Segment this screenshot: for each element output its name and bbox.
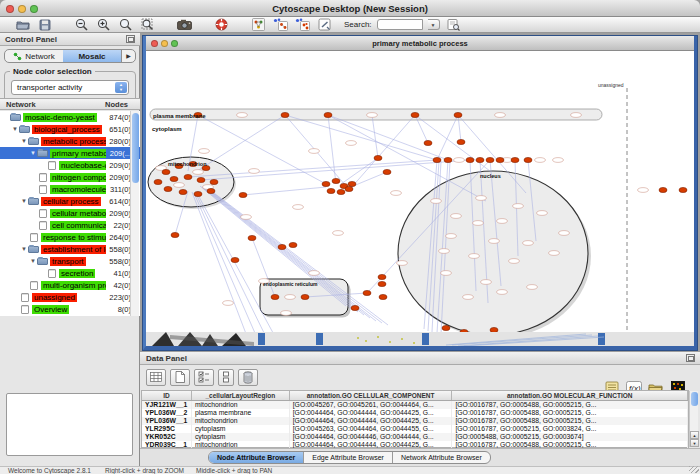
network-node[interactable] (383, 169, 391, 174)
column-header[interactable]: ID (142, 391, 192, 400)
tree-row[interactable]: ▼metabolic process280(0) (0, 135, 140, 147)
network-node[interactable] (476, 157, 484, 162)
table-row[interactable]: YPL036W__1mitochondrion[GO:0044464, GO:0… (142, 417, 688, 425)
network-overview-panel[interactable] (6, 393, 133, 456)
search-dropdown-arrow[interactable]: ▼ (428, 19, 440, 30)
expand-triangle-icon[interactable]: ▼ (11, 126, 19, 132)
attribute-table[interactable]: ID_cellularLayoutRegionannotation.GO CEL… (141, 390, 689, 448)
help-icon[interactable] (213, 18, 230, 32)
window-titlebar[interactable]: Cytoscape Desktop (New Session) (0, 0, 700, 17)
network-node[interactable] (184, 174, 192, 179)
attribute-table-header[interactable]: ID_cellularLayoutRegionannotation.GO CEL… (142, 391, 688, 401)
view-zoom-button[interactable] (171, 40, 178, 47)
tab-mosaic[interactable]: Mosaic (63, 50, 121, 62)
tree-row[interactable]: secretion41(0) (0, 267, 140, 279)
delete-attribute-icon[interactable] (238, 369, 258, 386)
network-node[interactable] (424, 140, 432, 145)
tab-network-attribute-browser[interactable]: Network Attribute Browser (393, 452, 490, 463)
network-view-window[interactable]: primary metabolic process plasma membran… (143, 36, 697, 350)
resize-grip[interactable] (689, 466, 699, 473)
create-attribute-icon[interactable] (170, 369, 190, 386)
tree-row[interactable]: response to stimulu264(0) (0, 231, 140, 243)
tree-row[interactable]: ▼cellular process614(0) (0, 195, 140, 207)
export-image-icon[interactable] (176, 18, 193, 32)
network-node[interactable] (457, 139, 465, 144)
network-node[interactable] (327, 188, 335, 193)
expand-triangle-icon[interactable]: ▼ (29, 258, 37, 264)
expand-triangle-icon[interactable]: ▼ (20, 198, 28, 204)
network-node[interactable] (239, 192, 247, 197)
view-window-controls[interactable] (151, 40, 178, 47)
node-color-dropdown[interactable]: transporter activity ▲▼ (11, 80, 129, 95)
network-node[interactable] (322, 181, 330, 186)
tab-edge-attribute-browser[interactable]: Edge Attribute Browser (304, 452, 393, 463)
network-node[interactable] (301, 294, 309, 299)
network-node[interactable] (324, 112, 332, 117)
tree-row[interactable]: ▼biological_process651(0) (0, 123, 140, 135)
scroll-up-icon[interactable]: ▲ (690, 431, 699, 439)
zoom-fit-icon[interactable] (117, 18, 134, 32)
network-node[interactable] (210, 179, 218, 184)
network-node[interactable] (179, 189, 187, 194)
network-node[interactable] (170, 176, 178, 181)
network-node[interactable] (486, 157, 494, 162)
network-node[interactable] (281, 112, 289, 117)
tree-row[interactable]: unassigned223(0) (0, 291, 140, 303)
float-panel-icon[interactable] (126, 35, 135, 43)
column-header[interactable]: annotation.GO MOLECULAR_FUNCTION (452, 391, 688, 400)
network-node[interactable] (378, 281, 386, 286)
network-node[interactable] (348, 181, 356, 186)
expand-triangle-icon[interactable]: ▼ (29, 150, 37, 156)
network-node[interactable] (363, 290, 371, 295)
network-node[interactable] (490, 327, 498, 332)
annotation-icon[interactable] (316, 18, 333, 32)
attribute-matrix-icon[interactable] (218, 369, 234, 386)
table-row[interactable]: YPL036W__2plasma membrane[GO:0044464, GO… (142, 409, 688, 417)
network-node[interactable] (345, 186, 353, 191)
column-header[interactable]: annotation.GO CELLULAR_COMPONENT (290, 391, 453, 400)
tab-overflow-arrow[interactable]: ▶ (121, 50, 135, 62)
network-node[interactable] (197, 177, 205, 182)
minimize-button[interactable] (18, 5, 26, 13)
tree-row[interactable]: cellular metabo209(0) (0, 207, 140, 219)
tree-row[interactable]: ▼primary metabolic209(... (0, 147, 140, 159)
apply-vizmap-icon[interactable] (294, 18, 311, 32)
network-node[interactable] (524, 157, 532, 162)
network-node[interactable] (378, 274, 386, 279)
tree-row[interactable]: mosaic-demo-yeast874(0) (0, 111, 140, 123)
network-node[interactable] (679, 187, 687, 192)
tree-scrollbar[interactable] (130, 111, 139, 316)
table-scrollbar-thumb[interactable] (691, 392, 698, 406)
zoom-out-icon[interactable] (73, 18, 90, 32)
network-node[interactable] (248, 235, 256, 240)
view-minimize-button[interactable] (161, 40, 168, 47)
network-node[interactable] (466, 157, 474, 162)
tab-network[interactable]: Network (5, 50, 63, 62)
network-view-titlebar[interactable]: primary metabolic process (146, 36, 694, 51)
save-icon[interactable] (36, 18, 53, 32)
zoom-in-icon[interactable] (95, 18, 112, 32)
network-node[interactable] (162, 169, 170, 174)
network-node[interactable] (164, 186, 172, 191)
network-node[interactable] (442, 325, 450, 330)
tree-row[interactable]: nitrogen compo209(0) (0, 171, 140, 183)
tree-row[interactable]: multi-organism pro42(0) (0, 279, 140, 291)
network-node[interactable] (351, 305, 359, 310)
network-node[interactable] (332, 178, 340, 183)
network-node[interactable] (231, 257, 239, 262)
zoom-button[interactable] (30, 5, 38, 13)
network-node[interactable] (496, 157, 504, 162)
network-node[interactable] (379, 294, 387, 299)
data-panel-float-icon[interactable] (686, 354, 695, 362)
tree-scrollbar-thumb[interactable] (132, 113, 139, 183)
tree-row[interactable]: ▼establishment of lo558(0) (0, 243, 140, 255)
table-row[interactable]: YKR052Ccytoplasm[GO:0044464, GO:0044446,… (142, 433, 688, 441)
network-node[interactable] (374, 155, 382, 160)
table-scrollbar[interactable]: ▲ ▼ (689, 391, 698, 447)
tree-row[interactable]: Overview8(0) (0, 303, 140, 315)
select-attributes-icon[interactable] (146, 369, 166, 386)
network-node[interactable] (207, 188, 215, 193)
network-node[interactable] (433, 157, 441, 162)
close-button[interactable] (6, 5, 14, 13)
network-node[interactable] (411, 112, 419, 117)
